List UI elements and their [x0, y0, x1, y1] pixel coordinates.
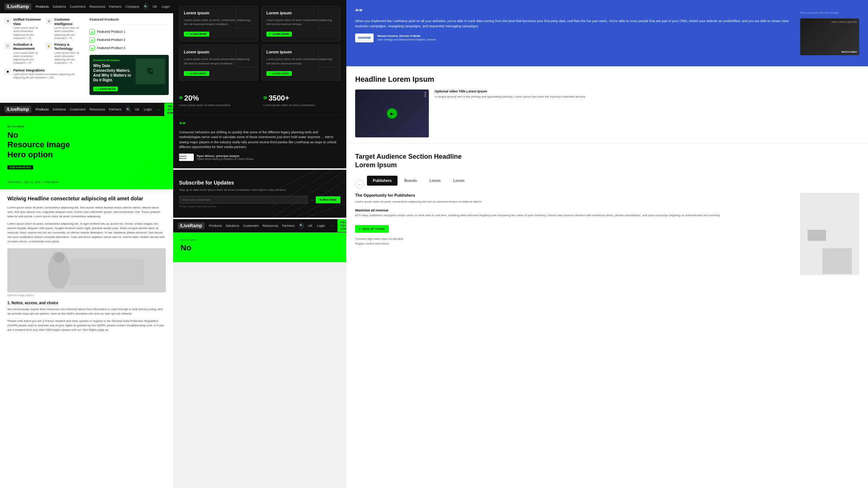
featured-product-1[interactable]: ▣ Featured Product 1	[90, 28, 169, 36]
construction-icon: 🏗	[147, 67, 154, 76]
blog-hero-title: No Resource Image Hero option	[7, 130, 166, 159]
nav-lang[interactable]: UK	[153, 5, 157, 8]
dropdown-item-activation[interactable]: ⬡ Activation & Measurement Lorem ipsum d…	[4, 43, 43, 65]
nav-items: Products Solutions Customers Resources P…	[36, 5, 140, 8]
left-panel: /LiveRamp Products Solutions Customers R…	[0, 0, 173, 488]
quote-author-name: Ryan Wilson, principal analyst	[197, 154, 253, 158]
nav2-arrow-icon: →	[156, 108, 160, 112]
fp1-icon: ▣	[90, 29, 95, 34]
stat-number-1: ⟳ 20%	[179, 94, 256, 102]
audience-content-area: The Opportunity for Publishers Lorem ips…	[355, 193, 859, 275]
subscribe-email-input[interactable]	[179, 196, 308, 204]
bottom-nav-cta-button[interactable]: TALK TO AN EXPERT	[337, 219, 346, 232]
target-audience-section: Target Audience Section HeadlineLorem Ip…	[346, 143, 868, 284]
headline-video-thumb[interactable]: ▶ RAM	[355, 89, 429, 137]
subscribe-desc: Stay up to date lorem ipsum dolor sit am…	[179, 188, 340, 192]
product-card-1-btn-label: LEARN MORE	[189, 33, 207, 35]
bottom-nav-customers[interactable]: Customers	[243, 224, 259, 228]
product-card-4: Lorem ipsum Lorem ipsum dolor sit amet c…	[262, 45, 340, 80]
unified-icon: ◈	[4, 18, 11, 24]
nav-item-solutions[interactable]: Solutions	[52, 5, 66, 8]
dropdown-item-intelligence[interactable]: ◎ Customer Intelligence Lorem ipsum dolo…	[46, 18, 84, 40]
nav2-item-customers[interactable]: Customers	[70, 108, 86, 111]
nav-logo[interactable]: /LiveRamp	[4, 3, 31, 10]
bottom-nav-resources[interactable]: Resources	[263, 224, 279, 228]
fp2-icon: ▣	[90, 37, 95, 42]
nav2-item-resources[interactable]: Resources	[90, 108, 105, 111]
product-card-1-btn[interactable]: + LEARN MORE	[184, 32, 209, 36]
nav2-search-icon[interactable]: 🔍	[126, 106, 130, 113]
bottom-nav-login[interactable]: Login	[317, 224, 325, 228]
bottom-nav-solutions[interactable]: Solutions	[225, 224, 239, 228]
article-content: Wiziwig Headline consectetur adipiscing …	[0, 189, 173, 341]
tab-lorem-1[interactable]: Lorem	[424, 176, 447, 186]
svg-line-0	[129, 160, 158, 189]
blog-author: JOHN DOE	[7, 181, 21, 183]
dropdown-item-partner[interactable]: ⬢ Partner Integrations Lorem ipsum dolor…	[4, 69, 84, 80]
subscribe-button[interactable]: SUBSCRIBE	[316, 196, 340, 203]
center-panel: Lorem ipsum Lorem ipsum dolor sit amet, …	[173, 0, 346, 488]
headline-video-block: ▶ RAM Optional video Title Lorem Ipsum i…	[355, 89, 859, 137]
stat-item-2: ⟳ 3500+ Lorem ipsum dolor sit amet conse…	[263, 94, 340, 107]
product-card-3-btn[interactable]: + LEARN MORE	[184, 71, 209, 76]
headline-main-title: Headline Lorem Ipsum	[355, 75, 859, 84]
dropdown-item-privacy-desc: Lorem ipsum dolor sit amet consectetur a…	[55, 51, 84, 64]
right-panel: ❝❝ When you implement the LiveRamp pixel…	[346, 0, 868, 488]
learn-more-button[interactable]: + LEARN MORE	[93, 87, 118, 91]
product-card-2-btn-icon: +	[269, 33, 270, 35]
bottom-nav-partners[interactable]: Partners	[282, 224, 295, 228]
sign-up-label: SIGN UP TODAY	[362, 227, 385, 231]
bottom-nav-logo[interactable]: /LiveRamp	[178, 222, 204, 229]
nav2-logo[interactable]: /LiveRamp	[4, 106, 31, 113]
nav2-item-products[interactable]: Products	[36, 108, 49, 111]
nav-item-company[interactable]: Company	[125, 5, 140, 8]
subscribe-section: Subscribe for Updates Stay up to date lo…	[173, 170, 346, 218]
benefit-list: Connect high-value users to demand Regai…	[355, 237, 794, 245]
nav2-cta-button[interactable]: TALK TO AN EXPERT	[164, 103, 173, 116]
nav2-item-solutions[interactable]: Solutions	[52, 108, 66, 111]
audience-subtitle: The Opportunity for Publishers	[355, 193, 794, 197]
video-author-title: Data Strategy and Measurement Analytics,…	[377, 38, 436, 42]
headline-video-body: is simply dummy text of the printing and…	[435, 95, 859, 99]
svg-rect-15	[822, 248, 852, 274]
dropdown-item-privacy[interactable]: 🔒 Privacy & Technology Lorem ipsum dolor…	[46, 43, 84, 65]
article-image-caption: Optional image caption	[7, 294, 166, 296]
product-card-2-btn[interactable]: + LEARN MORE	[266, 32, 292, 36]
nav-item-resources[interactable]: Resources	[90, 5, 105, 8]
video-author-info: Manuel Cisneros, Director of Media Data …	[377, 34, 436, 42]
nav-item-products[interactable]: Products	[36, 5, 49, 8]
nav-item-customers[interactable]: Customers	[70, 5, 86, 8]
bottom-nav-search-icon[interactable]: 🔍	[299, 222, 304, 229]
fp3-icon: ▣	[90, 45, 95, 50]
dropdown-item-unified-desc: Lorem ipsum dolor sit amet consectetur a…	[13, 26, 43, 39]
headline-play-button[interactable]: ▶	[387, 108, 397, 119]
audience-prev-button[interactable]: ←	[355, 180, 364, 189]
nav2-item-partners[interactable]: Partners	[109, 108, 122, 111]
featured-product-3[interactable]: ▣ Featured Product 3	[90, 44, 169, 52]
blog-hero-label: BLOG MAIN	[7, 125, 166, 128]
video-quote-text: When you implement the LiveRamp pixel on…	[355, 18, 793, 29]
benefit-item-1: Maximize ad revenue ATS helps publishers…	[355, 208, 794, 218]
article-title: Wiziwig Headline consectetur adipiscing …	[7, 195, 166, 202]
product-card-4-btn[interactable]: + LEARN MORE	[266, 71, 292, 76]
tab-brands[interactable]: Brands	[398, 176, 423, 186]
product-card-1: Lorem ipsum Lorem ipsum dolor sit amet, …	[179, 6, 258, 41]
nav-item-partners[interactable]: Partners	[109, 5, 122, 8]
bottom-nav-products[interactable]: Products	[209, 224, 222, 228]
bottom-nav-lang[interactable]: UK	[308, 224, 313, 228]
article-section1-body: We contractually require that consumers …	[7, 307, 166, 316]
nav2-lang[interactable]: UK	[135, 108, 140, 111]
sign-up-button[interactable]: + SIGN UP TODAY	[355, 225, 389, 233]
dropdown-item-unified[interactable]: ◈ Unified Customer View Lorem ipsum dolo…	[4, 18, 43, 40]
tab-lorem-2[interactable]: Lorem	[447, 176, 470, 186]
article-body-1: Lorem ipsum dolor sit amet, consectetur …	[7, 206, 166, 219]
nav-search-icon[interactable]: 🔍	[144, 3, 148, 10]
video-thumbnail[interactable]: WATCH VIDEO Video Name (optional)	[800, 18, 859, 55]
tab-publishers[interactable]: Publishers	[367, 176, 398, 186]
bottom-nav-items: Products Solutions Customers Resources P…	[209, 224, 295, 228]
featured-product-2[interactable]: ▣ Featured Product 2	[90, 36, 169, 44]
bottom-nav-arrow-icon: →	[329, 224, 333, 228]
nav2-login[interactable]: Login	[144, 108, 152, 111]
bottom-blog-label: BLOG MAIN	[181, 238, 339, 242]
nav-login[interactable]: Login	[162, 5, 170, 8]
